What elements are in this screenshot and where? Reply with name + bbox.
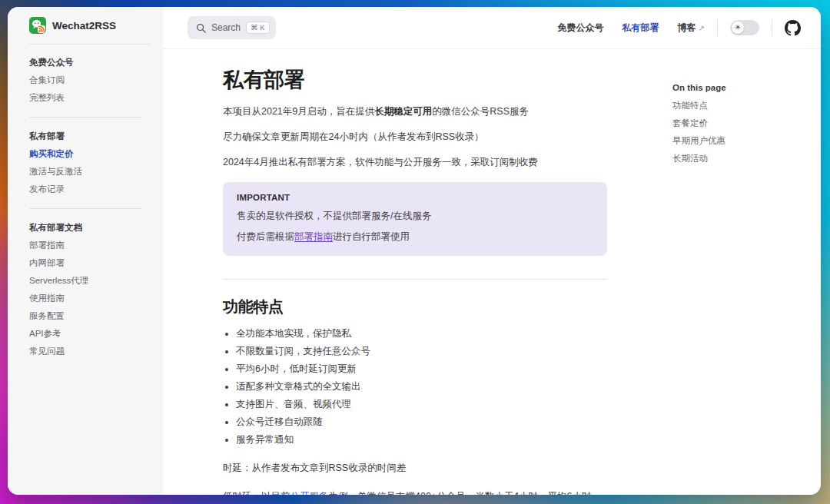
page-header: Search ⌘ K 免费公众号 私有部署 博客↗ ☀: [163, 7, 821, 49]
nav-blog-label: 博客: [678, 22, 696, 33]
low-latency-paragraph: 低时延：以目前公开服务为例，单微信号支撑400+公众号，半数小于4小时，平均6小…: [223, 487, 607, 495]
search-label: Search: [211, 22, 241, 33]
main-column: Search ⌘ K 免费公众号 私有部署 博客↗ ☀: [163, 7, 821, 495]
header-divider: [717, 19, 718, 36]
nav-free-accounts[interactable]: 免费公众号: [558, 22, 604, 35]
site-title: Wechat2RSS: [52, 20, 116, 32]
public-service-link[interactable]: 公开服务: [290, 491, 329, 495]
outline-item-features[interactable]: 功能特点: [672, 97, 795, 114]
top-nav: 免费公众号 私有部署 博客↗: [558, 22, 705, 35]
search-icon: [196, 23, 206, 33]
sidebar-section-title-free: 免费公众号: [29, 54, 151, 71]
sidebar-item-deploy-guide[interactable]: 部署指南: [29, 237, 151, 254]
sidebar-nav: 免费公众号 合集订阅 完整列表 私有部署 购买和定价 激活与反激活 发布记录 私…: [8, 45, 163, 360]
text: 本项目从2021年9月启动，旨在提供: [223, 106, 374, 117]
sidebar-item-activation[interactable]: 激活与反激活: [29, 163, 151, 181]
callout-title: IMPORTANT: [237, 193, 593, 202]
nav-private-deploy[interactable]: 私有部署: [622, 22, 659, 35]
outline-title: On this page: [672, 79, 795, 97]
sidebar-divider: [29, 117, 141, 118]
sidebar-item-api-reference[interactable]: API参考: [29, 325, 151, 343]
sidebar-divider: [29, 208, 141, 209]
text: 的微信公众号RSS服务: [432, 106, 529, 117]
site-logo[interactable]: Wechat2RSS: [8, 7, 163, 44]
sidebar-item-intranet-deploy[interactable]: 内网部署: [29, 254, 151, 272]
sidebar-section-title-private: 私有部署: [29, 128, 151, 145]
section-divider: [223, 279, 607, 280]
text: 付费后需根据: [237, 231, 294, 242]
feature-item: 服务异常通知: [236, 432, 607, 447]
intro-paragraph-1: 本项目从2021年9月启动，旨在提供长期稳定可用的微信公众号RSS服务: [223, 104, 607, 119]
latency-note: 时延：从作者发布文章到RSS收录的时间差: [223, 460, 607, 476]
intro-paragraph-2: 尽力确保文章更新周期在24小时内（从作者发布到RSS收录）: [223, 129, 607, 144]
sidebar-item-release-notes[interactable]: 发布记录: [29, 181, 151, 198]
feature-item: 支持图片、音频、视频代理: [236, 396, 607, 412]
text: 进行自行部署使用: [333, 231, 410, 242]
sidebar: Wechat2RSS 免费公众号 合集订阅 完整列表 私有部署 购买和定价 激活…: [8, 7, 163, 495]
callout-line-2: 付费后需根据部署指南进行自行部署使用: [237, 230, 593, 244]
browser-page: Wechat2RSS 免费公众号 合集订阅 完整列表 私有部署 购买和定价 激活…: [8, 7, 821, 495]
github-link[interactable]: [785, 20, 801, 36]
sidebar-item-collection-sub[interactable]: 合集订阅: [29, 71, 151, 89]
theme-toggle-knob: ☀: [732, 22, 744, 34]
search-button[interactable]: Search ⌘ K: [188, 16, 276, 39]
feature-item: 全功能本地实现，保护隐私: [236, 326, 607, 341]
sidebar-item-full-list[interactable]: 完整列表: [29, 89, 151, 107]
document: 私有部署 本项目从2021年9月启动，旨在提供长期稳定可用的微信公众号RSS服务…: [223, 49, 607, 495]
outline-item-early-user[interactable]: 早期用户优惠: [672, 132, 795, 150]
callout-line-1: 售卖的是软件授权，不提供部署服务/在线服务: [237, 209, 593, 223]
feature-item: 不限数量订阅，支持任意公众号: [236, 343, 607, 359]
important-callout: IMPORTANT 售卖的是软件授权，不提供部署服务/在线服务 付费后需根据部署…: [223, 182, 607, 256]
external-link-icon: ↗: [699, 24, 705, 32]
header-divider: [772, 19, 772, 36]
wechat2rss-logo-icon: [29, 17, 46, 34]
page-title: 私有部署: [223, 68, 607, 94]
nav-blog[interactable]: 博客↗: [678, 22, 705, 35]
feature-item: 平均6小时，低时延订阅更新: [236, 361, 607, 376]
outline-item-pricing[interactable]: 套餐定价: [672, 114, 795, 132]
sun-icon: ☀: [735, 24, 742, 32]
sidebar-item-service-config[interactable]: 服务配置: [29, 307, 151, 325]
sidebar-item-usage-guide[interactable]: 使用指南: [29, 290, 151, 307]
text: 低时延：以目前: [223, 491, 290, 495]
intro-paragraph-3: 2024年4月推出私有部署方案，软件功能与公开服务一致，采取订阅制收费: [223, 154, 607, 170]
search-shortcut-badge: ⌘ K: [246, 22, 269, 34]
deploy-guide-link[interactable]: 部署指南: [294, 231, 333, 242]
theme-toggle[interactable]: ☀: [730, 20, 759, 35]
content-area: 私有部署 本项目从2021年9月启动，旨在提供长期稳定可用的微信公众号RSS服务…: [163, 49, 821, 495]
bold-text: 长期稳定可用: [374, 106, 432, 117]
feature-item: 适配多种文章格式的全文输出: [236, 379, 607, 394]
sidebar-item-pricing[interactable]: 购买和定价: [29, 145, 151, 163]
features-list: 全功能本地实现，保护隐私 不限数量订阅，支持任意公众号 平均6小时，低时延订阅更…: [223, 326, 607, 447]
features-heading: 功能特点: [223, 297, 607, 317]
feature-item: 公众号迁移自动跟随: [236, 414, 607, 429]
on-this-page-outline: On this page 功能特点 套餐定价 早期用户优惠 长期活动: [672, 79, 795, 167]
outline-item-long-term[interactable]: 长期活动: [672, 150, 795, 167]
github-icon: [785, 20, 801, 36]
sidebar-section-title-docs: 私有部署文档: [29, 219, 151, 237]
sidebar-item-serverless-proxy[interactable]: Serverless代理: [29, 272, 151, 290]
sidebar-item-faq[interactable]: 常见问题: [29, 343, 151, 360]
